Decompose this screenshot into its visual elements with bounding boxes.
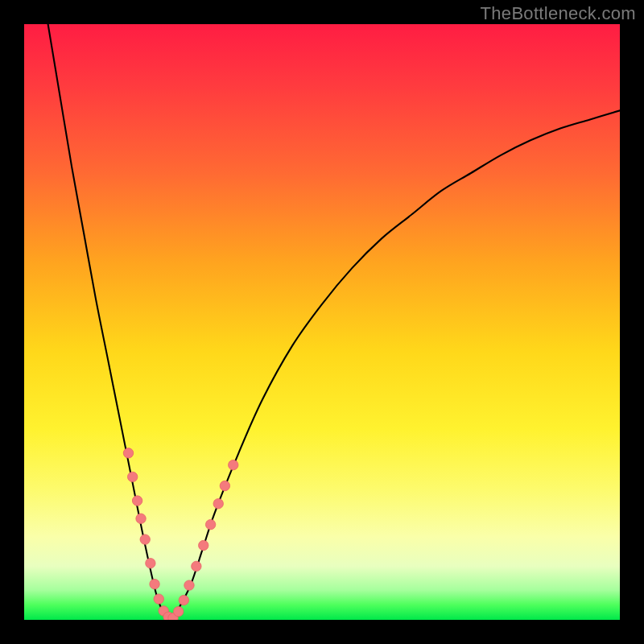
marker-group xyxy=(123,448,238,620)
data-point xyxy=(229,460,238,469)
plot-area xyxy=(24,24,620,620)
data-point xyxy=(154,594,163,604)
data-point xyxy=(123,448,133,458)
data-point xyxy=(213,499,223,509)
data-point xyxy=(140,535,150,544)
data-point xyxy=(192,561,201,571)
data-point xyxy=(136,514,146,523)
chart-frame: TheBottleneck.com xyxy=(0,0,644,644)
data-point xyxy=(146,559,155,568)
data-point xyxy=(150,579,159,588)
data-point xyxy=(184,580,194,590)
data-point xyxy=(205,519,215,529)
curve-layer xyxy=(24,24,620,620)
data-point xyxy=(127,472,137,481)
data-point xyxy=(132,496,142,506)
data-point xyxy=(199,540,208,550)
data-point xyxy=(220,481,229,490)
watermark-text: TheBottleneck.com xyxy=(481,3,636,24)
data-point xyxy=(173,606,183,616)
data-point xyxy=(179,595,188,605)
bottleneck-curve xyxy=(48,24,620,620)
